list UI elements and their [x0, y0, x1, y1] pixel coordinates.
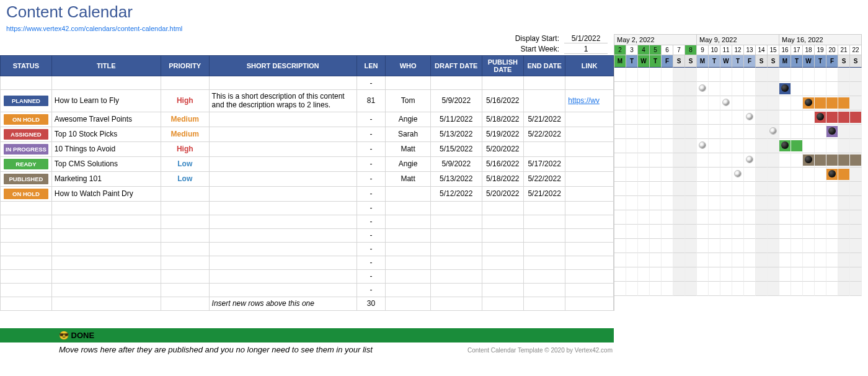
source-link[interactable]: https://www.vertex42.com/calendars/conte… — [6, 25, 182, 32]
gantt-dow: F — [826, 55, 838, 68]
table-row[interactable]: ON HOLDAwesome Travel PointsMedium-Angie… — [1, 112, 614, 127]
len-cell: 30 — [356, 297, 386, 310]
priority-cell — [161, 297, 209, 310]
draft-date-cell — [430, 256, 482, 269]
title-cell: 10 Things to Avoid — [51, 141, 161, 156]
description-cell: This is a short description of this cont… — [209, 90, 356, 112]
end-date-cell: 5/22/2022 — [523, 127, 565, 141]
len-cell: - — [356, 156, 386, 171]
status-badge: ON HOLD — [4, 189, 48, 199]
publish-date-cell — [482, 283, 523, 297]
who-cell: Matt — [386, 171, 430, 186]
priority-cell — [161, 283, 209, 297]
table-row[interactable]: - — [1, 256, 614, 269]
description-cell — [209, 76, 356, 90]
publish-date-cell — [482, 215, 523, 228]
end-date-cell — [523, 256, 565, 269]
priority-cell — [161, 76, 209, 90]
table-row[interactable]: ON HOLDHow to Watch Paint Dry-5/12/20225… — [1, 186, 614, 201]
done-note: Move rows here after they are published … — [0, 342, 373, 354]
title-cell — [51, 256, 161, 269]
who-cell — [386, 201, 430, 215]
gantt-bar — [838, 97, 849, 109]
gantt-day-num: 14 — [756, 45, 768, 55]
gantt-month-header: May 16, 2022 — [779, 34, 862, 45]
gantt-bar — [838, 112, 849, 123]
description-cell — [209, 127, 356, 141]
table-row[interactable]: PUBLISHEDMarketing 101Low-Matt5/13/20225… — [1, 171, 614, 186]
content-link[interactable]: https://wv — [568, 96, 600, 105]
publish-date-cell: 5/16/2022 — [482, 90, 523, 112]
end-date-cell — [523, 215, 565, 228]
header-link: LINK — [565, 56, 614, 76]
gantt-dow: T — [732, 55, 744, 68]
description-cell — [209, 256, 356, 269]
len-cell: - — [356, 256, 386, 269]
table-row[interactable]: - — [1, 269, 614, 283]
gantt-dow: T — [815, 55, 826, 68]
gantt-day-num: 4 — [638, 45, 650, 55]
who-cell — [386, 186, 430, 201]
gantt-day-num: 20 — [826, 45, 838, 55]
table-row[interactable]: READYTop CMS SolutionsLow-Angie5/9/20225… — [1, 156, 614, 171]
end-date-cell: 5/17/2022 — [523, 156, 565, 171]
gantt-bar — [791, 140, 802, 151]
priority-cell: High — [161, 90, 209, 112]
title-cell — [51, 283, 161, 297]
publish-date-cell — [482, 228, 523, 242]
gantt-day-num: 2 — [614, 45, 626, 55]
table-row[interactable]: - — [1, 228, 614, 242]
gantt-dow: S — [673, 55, 685, 68]
draft-date-cell: 5/9/2022 — [430, 90, 482, 112]
who-cell — [386, 283, 430, 297]
priority-cell — [161, 242, 209, 256]
len-cell: - — [356, 269, 386, 283]
publish-date-cell: 5/20/2022 — [482, 186, 523, 201]
len-cell: - — [356, 228, 386, 242]
priority-cell: Low — [161, 156, 209, 171]
header-publish: PUBLISH DATE — [482, 56, 523, 76]
header-len: LEN — [356, 56, 386, 76]
gantt-dow: S — [850, 55, 862, 68]
gantt-day-num: 11 — [720, 45, 732, 55]
gantt-day-num: 21 — [838, 45, 850, 55]
table-row[interactable]: - — [1, 242, 614, 256]
description-cell — [209, 171, 356, 186]
gantt-dow: S — [838, 55, 850, 68]
table-row[interactable]: ASSIGNEDTop 10 Stock PicksMedium-Sarah5/… — [1, 127, 614, 141]
title-cell — [51, 269, 161, 283]
title-cell — [51, 215, 161, 228]
table-row[interactable]: Insert new rows above this one30 — [1, 297, 614, 310]
page-title: Content Calendar — [6, 2, 862, 22]
gantt-day-num: 22 — [850, 45, 862, 55]
description-cell — [209, 156, 356, 171]
gantt-day-num: 18 — [803, 45, 815, 55]
title-cell — [51, 201, 161, 215]
publish-marker-icon — [828, 170, 836, 177]
publish-date-cell — [482, 256, 523, 269]
table-row[interactable]: IN PROGRESS10 Things to AvoidHigh-Matt5/… — [1, 141, 614, 156]
len-cell: - — [356, 283, 386, 297]
table-row[interactable]: - — [1, 283, 614, 297]
gantt-dow: F — [662, 55, 673, 68]
who-cell: Sarah — [386, 127, 430, 141]
gantt-dow: F — [744, 55, 756, 68]
priority-cell — [161, 269, 209, 283]
table-row[interactable]: PLANNEDHow to Learn to FlyHighThis is a … — [1, 90, 614, 112]
title-cell: Top CMS Solutions — [51, 156, 161, 171]
who-cell — [386, 297, 430, 310]
gantt-day-num: 5 — [650, 45, 662, 55]
header-end: END DATE — [523, 56, 565, 76]
table-row[interactable]: - — [1, 76, 614, 90]
publish-marker-icon — [817, 113, 824, 120]
priority-cell: Low — [161, 171, 209, 186]
copyright: Content Calendar Template © 2020 by Vert… — [467, 347, 614, 354]
table-row[interactable]: - — [1, 201, 614, 215]
gantt-dow: T — [650, 55, 662, 68]
description-cell — [209, 112, 356, 127]
gantt-bar — [850, 112, 861, 123]
table-row[interactable]: - — [1, 215, 614, 228]
who-cell: Matt — [386, 141, 430, 156]
end-date-cell — [523, 141, 565, 156]
draft-date-cell: 5/12/2022 — [430, 186, 482, 201]
